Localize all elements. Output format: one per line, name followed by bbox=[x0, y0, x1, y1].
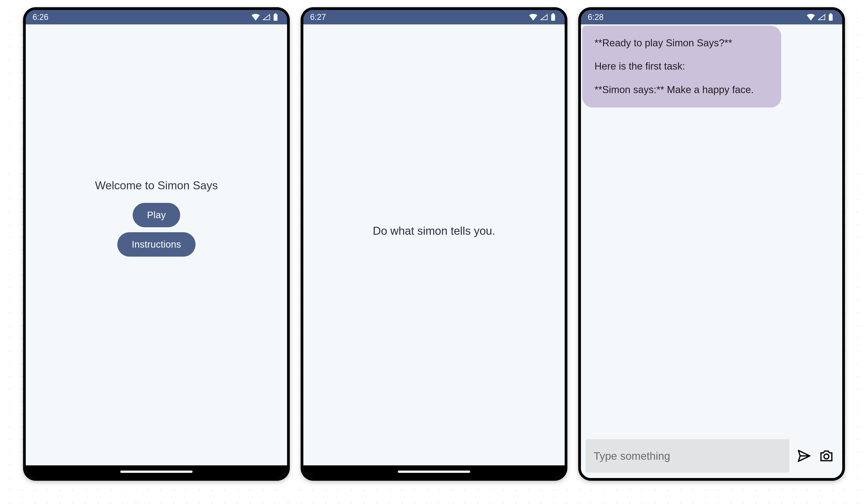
chat-composer bbox=[581, 435, 842, 478]
bubble-line: **Ready to play Simon Says?** bbox=[595, 36, 769, 50]
welcome-buttons: Play Instructions bbox=[117, 203, 196, 256]
gesture-handle bbox=[398, 471, 470, 473]
send-button[interactable] bbox=[796, 448, 812, 464]
battery-icon bbox=[828, 13, 833, 21]
welcome-title: Welcome to Simon Says bbox=[95, 179, 218, 192]
phone-screen-welcome: 6:26 Welcome to Simon Says Play Instruct… bbox=[26, 10, 287, 478]
phones-row: 6:26 Welcome to Simon Says Play Instruct… bbox=[0, 0, 868, 504]
send-icon bbox=[797, 449, 811, 463]
phone-frame-instructions: 6:27 Do what simon tells you. bbox=[301, 7, 567, 481]
phone-screen-instructions: 6:27 Do what simon tells you. bbox=[303, 10, 565, 478]
bubble-line: **Simon says:** Make a happy face. bbox=[595, 83, 769, 96]
instructions-content: Do what simon tells you. bbox=[303, 24, 565, 465]
gesture-handle bbox=[120, 471, 193, 473]
gesture-nav-bar[interactable] bbox=[26, 465, 287, 478]
status-icons bbox=[807, 13, 833, 21]
gesture-nav-bar[interactable] bbox=[303, 465, 565, 478]
wifi-icon bbox=[807, 14, 815, 21]
chat-input[interactable] bbox=[586, 439, 789, 473]
play-button[interactable]: Play bbox=[133, 203, 180, 227]
svg-rect-4 bbox=[829, 14, 833, 21]
chat-content: **Ready to play Simon Says?** Here is th… bbox=[581, 24, 842, 478]
chat-spacer bbox=[581, 107, 842, 435]
camera-button[interactable] bbox=[818, 448, 835, 464]
instructions-text: Do what simon tells you. bbox=[303, 10, 565, 451]
status-bar: 6:28 bbox=[581, 10, 842, 24]
phone-screen-chat: 6:28 **Ready to play Simon Says?** Here … bbox=[581, 10, 842, 478]
phone-frame-chat: 6:28 **Ready to play Simon Says?** Here … bbox=[578, 7, 845, 481]
svg-rect-5 bbox=[830, 13, 832, 14]
instructions-button[interactable]: Instructions bbox=[117, 232, 196, 256]
signal-icon bbox=[818, 14, 826, 21]
phone-frame-welcome: 6:26 Welcome to Simon Says Play Instruct… bbox=[23, 7, 290, 481]
svg-point-6 bbox=[824, 454, 829, 459]
camera-icon bbox=[819, 449, 834, 463]
welcome-center-stack: Welcome to Simon Says Play Instructions bbox=[26, 10, 287, 438]
bubble-line: Here is the first task: bbox=[595, 60, 769, 73]
status-time: 6:28 bbox=[588, 12, 603, 22]
welcome-content: Welcome to Simon Says Play Instructions bbox=[26, 24, 287, 465]
assistant-message-bubble: **Ready to play Simon Says?** Here is th… bbox=[582, 26, 781, 107]
